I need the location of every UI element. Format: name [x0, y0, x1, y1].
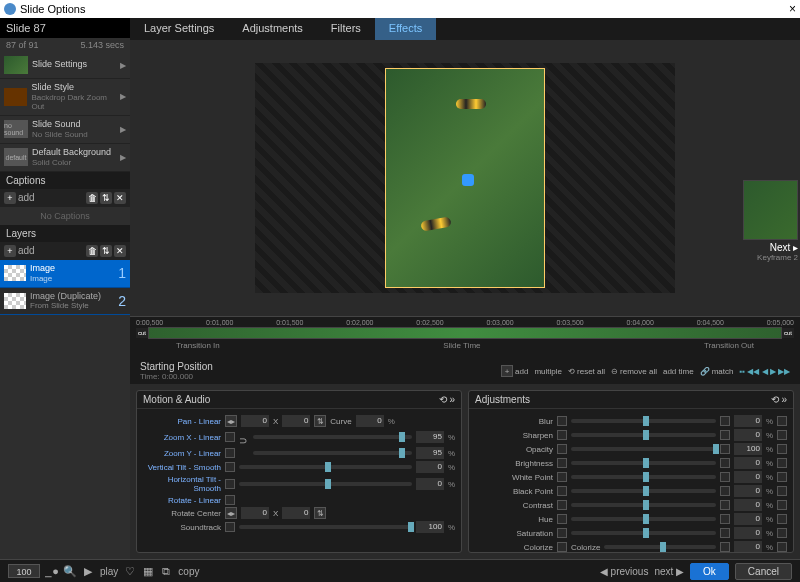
- multiple-button[interactable]: multiple: [534, 367, 562, 376]
- adj-0-check3[interactable]: [777, 416, 787, 426]
- selected-layer-frame[interactable]: [385, 68, 545, 288]
- previous-button[interactable]: ◀ previous: [600, 566, 649, 577]
- trash-icon[interactable]: 🗑: [86, 192, 98, 204]
- zoomy-check[interactable]: [225, 448, 235, 458]
- play-button[interactable]: play: [100, 566, 118, 577]
- adj-8-input[interactable]: 0: [734, 527, 762, 539]
- timeline[interactable]: 0:00,5000:01,0000:01,5000:02,0000:02,500…: [130, 316, 800, 358]
- zoomx-label[interactable]: Zoom X - Linear: [143, 433, 221, 442]
- preview-canvas[interactable]: [255, 63, 675, 293]
- rotate-check[interactable]: [225, 495, 235, 505]
- tab-effects[interactable]: Effects: [375, 18, 436, 40]
- adj-9-check3[interactable]: [777, 542, 787, 552]
- adj-7-input[interactable]: 0: [734, 513, 762, 525]
- ok-button[interactable]: Ok: [690, 563, 729, 580]
- adj-7-check[interactable]: [557, 514, 567, 524]
- expand-icon[interactable]: »: [781, 394, 787, 405]
- zoomy-slider[interactable]: [253, 451, 412, 455]
- adj-3-slider[interactable]: [571, 461, 716, 465]
- adj-2-check2[interactable]: [720, 444, 730, 454]
- link-icon[interactable]: ⊃: [239, 435, 249, 451]
- add-caption-button[interactable]: +: [4, 192, 16, 204]
- cancel-button[interactable]: Cancel: [735, 563, 792, 580]
- sidebar-item-slide-style[interactable]: Slide StyleBackdrop Dark Zoom Out ▶: [0, 79, 130, 116]
- play-icon[interactable]: ▶: [82, 565, 94, 577]
- grid-icon[interactable]: ▦: [142, 565, 154, 577]
- adj-3-check2[interactable]: [720, 458, 730, 468]
- adj-0-check[interactable]: [557, 416, 567, 426]
- adj-5-check3[interactable]: [777, 486, 787, 496]
- zoomy-input[interactable]: 95: [416, 447, 444, 459]
- adj-8-check2[interactable]: [720, 528, 730, 538]
- layer-item-2[interactable]: Image (Duplicate)From Slide Style 2: [0, 288, 130, 316]
- add-keyframe-button[interactable]: +add: [501, 365, 528, 377]
- adj-3-check3[interactable]: [777, 458, 787, 468]
- zoom-input[interactable]: 100: [8, 564, 40, 578]
- match-button[interactable]: 🔗match: [700, 367, 734, 376]
- adj-2-input[interactable]: 100: [734, 443, 762, 455]
- expand-icon[interactable]: »: [449, 394, 455, 405]
- sidebar-item-default-bg[interactable]: default Default BackgroundSolid Color ▶: [0, 144, 130, 172]
- tools-icon[interactable]: ✕: [114, 192, 126, 204]
- copy-icon[interactable]: ⧉: [160, 565, 172, 577]
- stepper-icon[interactable]: ⇅: [314, 507, 326, 519]
- adj-0-check2[interactable]: [720, 416, 730, 426]
- stepper-icon[interactable]: ⇅: [314, 415, 326, 427]
- anchor-marker-icon[interactable]: [462, 174, 474, 186]
- adj-6-check3[interactable]: [777, 500, 787, 510]
- copy-button[interactable]: copy: [178, 566, 199, 577]
- adj-2-check3[interactable]: [777, 444, 787, 454]
- adj-1-check2[interactable]: [720, 430, 730, 440]
- curve-input[interactable]: 0: [356, 415, 384, 427]
- adj-0-input[interactable]: 0: [734, 415, 762, 427]
- htilt-slider[interactable]: [239, 482, 412, 486]
- adj-5-check[interactable]: [557, 486, 567, 496]
- vtilt-check[interactable]: [225, 462, 235, 472]
- htilt-check[interactable]: [225, 479, 235, 489]
- adj-3-input[interactable]: 0: [734, 457, 762, 469]
- trash-icon[interactable]: 🗑: [86, 245, 98, 257]
- lock-icon[interactable]: ◂▸: [225, 507, 237, 519]
- rcy-input[interactable]: 0: [282, 507, 310, 519]
- adj-6-slider[interactable]: [571, 503, 716, 507]
- add-time-button[interactable]: add time: [663, 367, 694, 376]
- remove-all-button[interactable]: ⊖ remove all: [611, 367, 657, 376]
- close-icon[interactable]: ×: [789, 2, 796, 16]
- search-icon[interactable]: 🔍: [64, 565, 76, 577]
- pan-x-input[interactable]: 0: [241, 415, 269, 427]
- adj-5-check2[interactable]: [720, 486, 730, 496]
- soundtrack-check[interactable]: [225, 522, 235, 532]
- transport-controls[interactable]: ▪▪ ◀◀ ◀ ▶ ▶▶: [739, 367, 790, 376]
- timeline-track[interactable]: [148, 327, 782, 339]
- adj-9-check[interactable]: [557, 542, 567, 552]
- adj-8-check3[interactable]: [777, 528, 787, 538]
- vtilt-slider[interactable]: [239, 465, 412, 469]
- adj-7-check3[interactable]: [777, 514, 787, 524]
- adj-1-input[interactable]: 0: [734, 429, 762, 441]
- rotate-label[interactable]: Rotate - Linear: [143, 496, 221, 505]
- add-layer-button[interactable]: +: [4, 245, 16, 257]
- reset-icon[interactable]: ⟲: [439, 394, 447, 405]
- adj-5-slider[interactable]: [571, 489, 716, 493]
- cut-out-button[interactable]: cut: [782, 328, 794, 338]
- reset-all-button[interactable]: ⟲ reset all: [568, 367, 605, 376]
- adj-6-check2[interactable]: [720, 500, 730, 510]
- soundtrack-slider[interactable]: [239, 525, 412, 529]
- pan-y-input[interactable]: 0: [282, 415, 310, 427]
- tools-icon[interactable]: ✕: [114, 245, 126, 257]
- next-keyframe-box[interactable]: Next ▸ Keyframe 2: [743, 180, 798, 262]
- adj-6-check[interactable]: [557, 500, 567, 510]
- tab-layer-settings[interactable]: Layer Settings: [130, 18, 228, 40]
- pan-label[interactable]: Pan - Linear: [143, 417, 221, 426]
- adj-4-input[interactable]: 0: [734, 471, 762, 483]
- adj-2-check[interactable]: [557, 444, 567, 454]
- adj-0-slider[interactable]: [571, 419, 716, 423]
- zoomy-label[interactable]: Zoom Y - Linear: [143, 449, 221, 458]
- rcx-input[interactable]: 0: [241, 507, 269, 519]
- adj-5-input[interactable]: 0: [734, 485, 762, 497]
- zoomx-check[interactable]: [225, 432, 235, 442]
- adj-8-slider[interactable]: [571, 531, 716, 535]
- zoom-slider-icon[interactable]: ⎯●: [46, 565, 58, 577]
- adj-2-slider[interactable]: [571, 447, 716, 451]
- adj-4-slider[interactable]: [571, 475, 716, 479]
